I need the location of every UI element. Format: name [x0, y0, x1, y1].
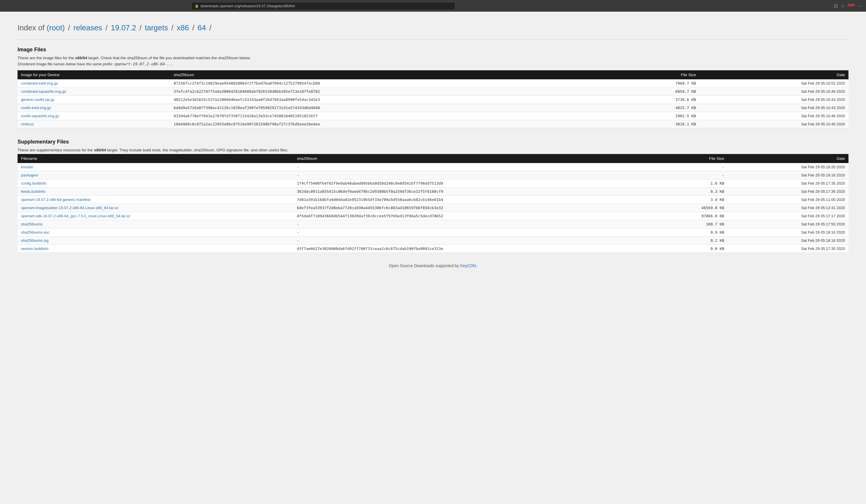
- image-sha256-cell: 87156fcc2f4f3c19829eae954885806472f7bed7…: [170, 79, 619, 88]
- supp-date-cell: Sat Feb 29 05:18:16 2020: [728, 228, 848, 237]
- breadcrumb-releases[interactable]: releases: [74, 23, 102, 32]
- image-filename-link[interactable]: rootfs-squashfs.img.gz: [21, 114, 59, 118]
- supp-size-cell: 0.9 KB: [657, 228, 728, 237]
- table-row: openwrt-19.07.2-x86-64-generic.manifest …: [18, 196, 848, 204]
- supp-size-cell: 46569.8 KB: [657, 204, 728, 212]
- supp-size-cell: 97866.0 KB: [657, 212, 728, 220]
- supp-header-row: Filename sha256sum File Size Date: [18, 154, 848, 163]
- breadcrumb-64[interactable]: 64: [198, 23, 206, 32]
- supp-sha256-cell: d3f7ae6627e3026008da6fd92ff708f31ceaa2c6…: [293, 245, 657, 253]
- image-sha256-cell: 3fefc4fa2cb2278ff5a9a3806426184680abf026…: [170, 88, 619, 96]
- image-filename-link[interactable]: combined-ext4.img.gz: [21, 81, 58, 85]
- supp-filename-cell: sha256sums: [18, 220, 293, 228]
- table-row: openwrt-imagebuilder-19.07.2-x86-64.Linu…: [18, 204, 848, 212]
- image-files-target-bold: x86/64: [75, 56, 87, 60]
- supp-date-cell: Sat Feb 29 05:17:17 2020: [728, 212, 848, 220]
- supp-filename-link[interactable]: openwrt-sdk-19.07.2-x86-64_gcc-7.5.0_mus…: [21, 214, 130, 218]
- supp-filename-link[interactable]: version.buildinfo: [21, 247, 48, 251]
- supp-filename-link[interactable]: feeds.buildinfo: [21, 189, 46, 194]
- table-row: sha256sums - 100.7 KB Sat Feb 29 05:17:5…: [18, 220, 848, 228]
- supp-date-cell: Sat Feb 29 05:17:35 2020: [728, 179, 848, 187]
- supp-filename-cell: config.buildinfo: [18, 179, 293, 187]
- image-filename-cell: combined-squashfs.img.gz: [18, 88, 170, 96]
- menu-icon[interactable]: ⋯: [858, 3, 863, 9]
- table-row: generic-rootfs.tar.gz d8212e5e3d1625c537…: [18, 96, 848, 104]
- supp-size-cell: 0.3 KB: [657, 187, 728, 196]
- supp-filename-link[interactable]: openwrt-19.07.2-x86-64-generic.manifest: [21, 197, 90, 202]
- image-files-prefix-code: openwrt-19.07.2-x86-64-...: [114, 62, 174, 66]
- supp-sha256-cell: 362ddc8911a855415c86def0aed479bc2d9380b5…: [293, 187, 657, 196]
- supp-size-cell: 0.2 KB: [657, 237, 728, 245]
- col-date: Date: [700, 70, 848, 79]
- image-filename-link[interactable]: rootfs-ext4.img.gz: [21, 106, 51, 110]
- breadcrumb-version[interactable]: 19.07.2: [111, 23, 136, 32]
- image-sha256-cell: bd4d9a573da0f7390ac41126c1839eaf3907ef05…: [170, 104, 619, 112]
- image-filename-link[interactable]: combined-squashfs.img.gz: [21, 89, 66, 94]
- image-filename-link[interactable]: generic-rootfs.tar.gz: [21, 98, 55, 102]
- image-size-cell: 7968.7 KB: [619, 79, 699, 88]
- supp-size-cell: 0.0 KB: [657, 245, 728, 253]
- table-row: sha256sums.asc - 0.9 KB Sat Feb 29 05:18…: [18, 228, 848, 237]
- table-row: feeds.buildinfo 362ddc8911a855415c86def0…: [18, 187, 848, 196]
- page-title: Index of (root) / releases / 19.07.2 / t…: [18, 23, 848, 32]
- supp-sha256-cell: 7d81a391b168bfa9d0dda02e952319b5df33e709…: [293, 196, 657, 204]
- table-row: combined-squashfs.img.gz 3fefc4fa2cb2278…: [18, 88, 848, 96]
- table-row: config.buildinfo 1f4cf75400fb4f65f9e9ab4…: [18, 179, 848, 187]
- breadcrumb-x86[interactable]: x86: [177, 23, 189, 32]
- supp-sha256-cell: 6def3fea53937f2d8eba7728ca930a4455386fc6…: [293, 204, 657, 212]
- address-bar[interactable]: 🔒 downloads.openwrt.org/releases/19.07.2…: [192, 3, 455, 9]
- supp-target-bold: x86/64: [94, 148, 106, 152]
- title-divider: [18, 39, 848, 40]
- image-size-cell: 6859.7 KB: [619, 88, 699, 96]
- supp-sha256-cell: 8f5da6f710943668db544f13020daf36c0ccee5f…: [293, 212, 657, 220]
- supp-filename-link[interactable]: sha256sums.sig: [21, 238, 48, 243]
- image-filename-link[interactable]: vmlinuz: [21, 122, 34, 126]
- image-files-desc: These are the image files for the x86/64…: [18, 56, 848, 60]
- supp-date-cell: Sat Feb 29 05:11:00 2020: [728, 196, 848, 204]
- image-files-desc-italic: Shortened image file names below have th…: [18, 62, 848, 66]
- supp-date-cell: Sat Feb 29 05:17:50 2020: [728, 220, 848, 228]
- supp-date-cell: Sat Feb 29 05:17:35 2020: [728, 245, 848, 253]
- abp-icon[interactable]: ABP: [847, 3, 855, 9]
- supplementary-files-desc: These are supplementary resources for th…: [18, 148, 848, 152]
- supp-desc-end: target. They include build tools, the im…: [106, 148, 288, 152]
- star-icon[interactable]: ☆: [841, 3, 845, 9]
- table-row: rootfs-squashfs.img.gz 033d4a6770eff043a…: [18, 112, 848, 120]
- image-date-cell: Sat Feb 29 05:10:48 2020: [700, 112, 848, 120]
- supp-size-cell: 1.6 KB: [657, 179, 728, 187]
- image-filename-cell: vmlinuz: [18, 120, 170, 128]
- supp-filename-cell: version.buildinfo: [18, 245, 293, 253]
- supp-date-cell: Sat Feb 29 05:18:20 2020: [728, 163, 848, 171]
- monitor-icon[interactable]: ⊡: [834, 3, 838, 9]
- breadcrumb-targets[interactable]: targets: [145, 23, 168, 32]
- supp-filename-cell: openwrt-19.07.2-x86-64-generic.manifest: [18, 196, 293, 204]
- table-row: packages/ - - Sat Feb 29 05:18:16 2020: [18, 171, 848, 179]
- image-files-desc-normal: These are the image files for the: [18, 56, 75, 60]
- table-row: sha256sums.sig - 0.2 KB Sat Feb 29 05:18…: [18, 237, 848, 245]
- supp-size-cell: 3.4 KB: [657, 196, 728, 204]
- supp-filename-link[interactable]: sha256sums: [21, 222, 43, 226]
- supp-filename-link[interactable]: kmods/: [21, 165, 33, 169]
- supplementary-files-table: Filename sha256sum File Size Date kmods/…: [18, 154, 848, 253]
- supp-filename-link[interactable]: packages/: [21, 173, 38, 177]
- supp-filename-link[interactable]: sha256sums.asc: [21, 230, 49, 234]
- supp-filename-cell: kmods/: [18, 163, 293, 171]
- image-size-cell: 4015.7 KB: [619, 104, 699, 112]
- image-files-header-row: Image for your Device sha256sum File Siz…: [18, 70, 848, 79]
- image-date-cell: Sat Feb 29 05:10:43 2020: [700, 104, 848, 112]
- image-size-cell: 3739.6 KB: [619, 96, 699, 104]
- breadcrumb-root[interactable]: (root): [47, 23, 65, 32]
- footer-keycdn-link[interactable]: KeyCDN: [460, 263, 476, 268]
- image-date-cell: Sat Feb 29 05:10:52 2020: [700, 79, 848, 88]
- supp-date-cell: Sat Feb 29 05:18:16 2020: [728, 237, 848, 245]
- supp-filename-cell: openwrt-imagebuilder-19.07.2-x86-64.Linu…: [18, 204, 293, 212]
- table-row: version.buildinfo d3f7ae6627e3026008da6f…: [18, 245, 848, 253]
- image-files-table: Image for your Device sha256sum File Siz…: [18, 70, 848, 128]
- image-size-cell: 3816.1 KB: [619, 120, 699, 128]
- supp-sha256-cell: -: [293, 171, 657, 179]
- supp-filename-link[interactable]: config.buildinfo: [21, 181, 46, 185]
- index-of-label: Index of: [18, 23, 45, 32]
- supp-filename-cell: sha256sums.sig: [18, 237, 293, 245]
- supp-filename-link[interactable]: openwrt-imagebuilder-19.07.2-x86-64.Linu…: [21, 206, 118, 210]
- supplementary-files-title: Supplementary Files: [18, 139, 848, 145]
